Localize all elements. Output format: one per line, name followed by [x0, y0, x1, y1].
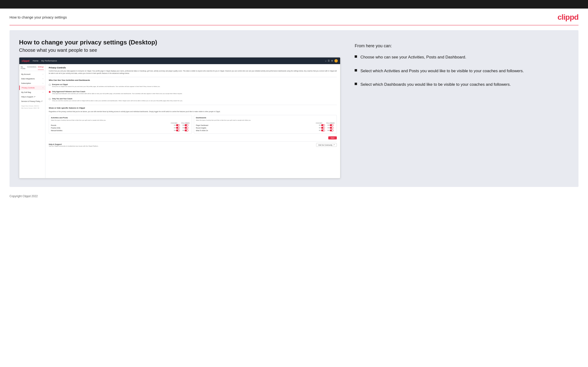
- mock-nav-icons: ⌕ ☰ ⚙: [325, 59, 338, 62]
- rounds-row: Rounds ON ON: [51, 124, 190, 126]
- radio-only-you[interactable]: Only You and Your Coach Only you and the…: [49, 97, 337, 103]
- sidebar-item-privacy-controls[interactable]: Privacy Controls ›: [19, 85, 45, 90]
- what-to-work-on-row: What To Work On ON ON: [196, 129, 335, 131]
- sidebar-item-subscription[interactable]: Subscription ›: [19, 81, 45, 85]
- dash-followers-col-label: FOLLOWERS: [326, 122, 335, 124]
- chevron-right-icon: ›: [43, 87, 43, 89]
- work-coaches-toggle[interactable]: ON: [318, 129, 326, 131]
- activities-card-desc: Select the types of activity that you'd …: [51, 119, 190, 121]
- player-coaches-switch[interactable]: [321, 124, 325, 126]
- rounds-coaches-toggle[interactable]: ON: [173, 124, 181, 126]
- radio-approved-followers[interactable]: Only Approved Followers and Your Coach O…: [49, 90, 337, 95]
- practice-drills-label: Practice Drills: [51, 127, 173, 129]
- sidebar-item-label: Service & Privacy Policy ↗: [21, 100, 43, 102]
- header: How to change your privacy settings clip…: [0, 8, 588, 25]
- mock-toggle-grid: Activities and Posts Select the types of…: [49, 115, 337, 134]
- save-button[interactable]: Save: [328, 136, 337, 139]
- player-dashboard-row: Player Dashboard ON ON: [196, 124, 335, 126]
- right-panel-title: From here you can:: [355, 43, 569, 49]
- manual-coaches-on: ON: [174, 130, 176, 131]
- mock-help-title: Help & Support: [49, 143, 98, 145]
- work-coaches-switch[interactable]: [321, 129, 325, 131]
- chevron-right-icon: ›: [43, 78, 43, 80]
- left-panel: How to change your privacy settings (Des…: [19, 39, 340, 178]
- rounds-coaches-switch[interactable]: [176, 124, 180, 126]
- tab-my-profile: My Profile: [21, 66, 26, 70]
- manual-followers-switch[interactable]: [185, 129, 188, 131]
- radio-only-you-label: Only You and Your Coach: [52, 98, 183, 100]
- rounds-followers-on: ON: [182, 125, 184, 126]
- bullet-text-2: Select which Activities and Posts you wo…: [360, 68, 524, 74]
- radio-only-you-button[interactable]: [49, 98, 51, 100]
- player-followers-switch[interactable]: [330, 124, 334, 126]
- mock-show-hide-desc: Regardless of the privacy controls that …: [49, 110, 337, 113]
- drills-coaches-toggle[interactable]: ON: [173, 127, 181, 129]
- radio-everyone[interactable]: Everyone on Clippd Everyone on Clippd ca…: [49, 83, 337, 88]
- radio-everyone-content: Everyone on Clippd Everyone on Clippd ca…: [52, 83, 160, 87]
- rounds-coaches-on: ON: [174, 125, 176, 126]
- visit-community-button[interactable]: Visit Our Community ↗: [316, 143, 337, 147]
- manual-coaches-toggle[interactable]: ON: [173, 129, 181, 131]
- sidebar-item-service-privacy[interactable]: Service & Privacy Policy ↗: [19, 99, 45, 104]
- drills-followers-switch[interactable]: [185, 127, 188, 129]
- bullet-item-2: Select which Activities and Posts you wo…: [355, 68, 569, 74]
- bullet-square-3: [355, 83, 357, 85]
- insights-followers-toggle[interactable]: ON: [326, 127, 335, 129]
- mock-nav-home: Home: [33, 60, 38, 62]
- radio-everyone-desc: Everyone on Clippd can search for you an…: [52, 85, 160, 87]
- insights-followers-switch[interactable]: [330, 127, 334, 129]
- page-main-title: How to change your privacy settings (Des…: [19, 39, 340, 46]
- radio-everyone-button[interactable]: [49, 84, 51, 86]
- sidebar-item-my-account[interactable]: My Account ›: [19, 72, 45, 76]
- radio-only-you-content: Only You and Your Coach Only you and the…: [52, 98, 183, 102]
- insights-coaches-toggle[interactable]: ON: [318, 127, 326, 129]
- manual-coaches-switch[interactable]: [176, 129, 180, 131]
- player-coaches-toggle[interactable]: ON: [318, 124, 326, 126]
- insights-coaches-switch[interactable]: [321, 127, 325, 129]
- drills-followers-toggle[interactable]: ON: [181, 127, 190, 129]
- work-followers-toggle[interactable]: ON: [326, 129, 335, 131]
- manual-activities-row: Manual Activities ON ON: [51, 129, 190, 131]
- sidebar-item-data-integrations[interactable]: Data Integrations ›: [19, 76, 45, 81]
- insights-coaches-on: ON: [319, 127, 321, 128]
- player-followers-toggle[interactable]: ON: [326, 124, 335, 126]
- visit-community-label: Visit Our Community: [318, 144, 332, 146]
- rounds-followers-switch[interactable]: [185, 124, 188, 126]
- chevron-right-icon: ›: [43, 82, 43, 84]
- sidebar-item-label: Privacy Controls: [22, 87, 35, 89]
- tab-connections: Connections: [27, 66, 36, 70]
- mock-help-desc: Visit our Clippd community to troublesho…: [49, 145, 98, 147]
- mock-navbar: clippd Home My Performance ⌕ ☰ ⚙: [19, 58, 340, 64]
- player-dashboard-label: Player Dashboard: [196, 125, 318, 126]
- mock-sidebar: My Profile Connections Settings My Accou…: [19, 64, 45, 178]
- settings-icon: ⚙: [331, 60, 333, 62]
- round-insights-row: Round Insights ON ON: [196, 127, 335, 129]
- what-to-work-on-label: What To Work On: [196, 130, 318, 131]
- player-coaches-on: ON: [319, 125, 321, 126]
- rounds-followers-toggle[interactable]: ON: [181, 124, 190, 126]
- sidebar-item-my-golf-bag[interactable]: My Golf Bag ›: [19, 90, 45, 94]
- work-followers-switch[interactable]: [330, 129, 334, 131]
- activities-toggle-header: COACHES FOLLOWERS: [51, 122, 190, 124]
- mock-nav-logo: clippd: [22, 59, 29, 62]
- bullet-square-1: [355, 55, 357, 58]
- bullet-list: Choose who can see your Activities, Post…: [355, 54, 569, 88]
- external-link-icon: ↗: [333, 144, 335, 146]
- radio-only-you-desc: Only you and the coaches you connect wit…: [52, 100, 183, 102]
- drills-followers-on: ON: [182, 127, 184, 128]
- manual-followers-on: ON: [182, 130, 184, 131]
- dashboards-card-desc: Select the types of activity that you'd …: [196, 119, 335, 121]
- mock-main-panel: Privacy Controls Control how you and you…: [45, 64, 340, 178]
- sidebar-version: Clippd Client Version: 2022.8.2SQL Serve…: [19, 104, 45, 111]
- tab-settings: Settings: [38, 66, 44, 70]
- radio-approved-button[interactable]: [49, 91, 51, 93]
- sidebar-item-help-support[interactable]: Help & Support ↗: [19, 94, 45, 99]
- footer: Copyright Clippd 2022: [0, 192, 588, 201]
- header-title: How to change your privacy settings: [9, 15, 67, 19]
- radio-approved-content: Only Approved Followers and Your Coach O…: [52, 91, 182, 94]
- screenshot-mockup: clippd Home My Performance ⌕ ☰ ⚙ My Prof…: [19, 57, 340, 178]
- manual-followers-toggle[interactable]: ON: [181, 129, 190, 131]
- grid-icon: ☰: [328, 60, 330, 62]
- drills-coaches-switch[interactable]: [176, 127, 180, 129]
- dash-coaches-col-label: COACHES: [315, 122, 323, 124]
